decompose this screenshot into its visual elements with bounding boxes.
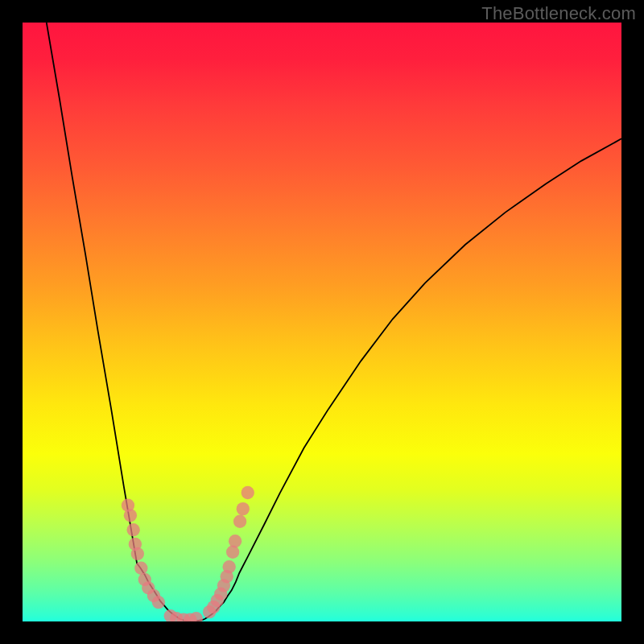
marker-right	[237, 502, 250, 515]
plot-area	[23, 23, 621, 621]
marker-left	[134, 562, 147, 575]
marker-right	[229, 535, 242, 547]
marker-right	[233, 515, 246, 528]
marker-left	[131, 547, 144, 560]
marker-right	[242, 486, 254, 499]
marker-left	[126, 523, 139, 536]
chart-svg	[23, 23, 621, 621]
marker-right	[223, 560, 236, 573]
watermark-text: TheBottleneck.com	[481, 3, 636, 24]
data-markers	[122, 486, 254, 621]
marker-left	[152, 596, 165, 609]
marker-left	[124, 509, 137, 522]
chart-frame: TheBottleneck.com	[0, 0, 644, 644]
